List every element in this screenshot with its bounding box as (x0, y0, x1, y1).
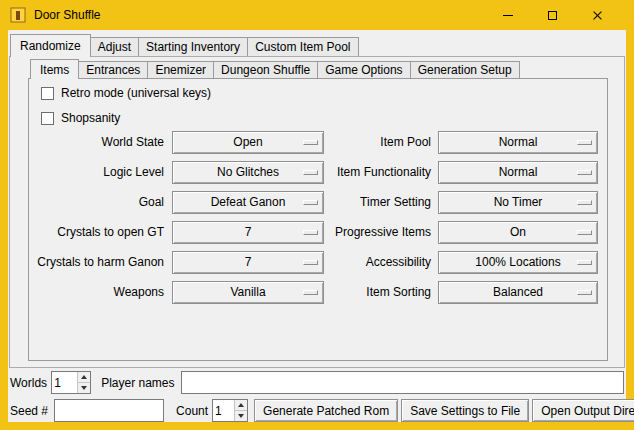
close-button[interactable] (575, 0, 620, 30)
menu-indicator-icon (577, 260, 592, 265)
shopsanity-checkbox[interactable] (41, 112, 54, 125)
item-functionality-dropdown[interactable]: Normal (438, 161, 598, 184)
goal-value: Defeat Ganon (211, 195, 286, 209)
crystals-gt-value: 7 (245, 225, 252, 239)
minimize-button[interactable] (485, 0, 530, 30)
retro-mode-row: Retro mode (universal keys) (41, 86, 211, 100)
shopsanity-row: Shopsanity (41, 111, 120, 125)
generate-patched-rom-button[interactable]: Generate Patched Rom (254, 399, 398, 422)
tab-generation-setup[interactable]: Generation Setup (410, 61, 520, 78)
left-option-column: World State Open Logic Level No Glitches… (31, 127, 324, 307)
shopsanity-label: Shopsanity (61, 111, 120, 125)
arrow-down-icon (81, 386, 87, 390)
save-settings-button[interactable]: Save Settings to File (401, 399, 529, 422)
worlds-label: Worlds (10, 376, 47, 390)
seed-input[interactable] (54, 399, 164, 422)
logic-level-dropdown[interactable]: No Glitches (172, 161, 324, 184)
multiworld-row: Worlds Player names (10, 371, 624, 394)
crystals-ganon-value: 7 (245, 255, 252, 269)
count-spin-down[interactable] (235, 410, 247, 421)
menu-indicator-icon (303, 290, 318, 295)
logic-level-value: No Glitches (217, 165, 279, 179)
retro-mode-checkbox[interactable] (41, 87, 54, 100)
tab-adjust[interactable]: Adjust (90, 37, 139, 56)
accessibility-dropdown[interactable]: 100% Locations (438, 251, 598, 274)
item-sorting-label: Item Sorting (331, 285, 431, 299)
menu-indicator-icon (577, 170, 592, 175)
goal-dropdown[interactable]: Defeat Ganon (172, 191, 324, 214)
maximize-button[interactable] (530, 0, 575, 30)
count-input[interactable] (213, 400, 234, 421)
right-option-column: Item Pool Normal Item Functionality Norm… (331, 127, 598, 307)
worlds-spin-down[interactable] (78, 382, 90, 393)
item-functionality-value: Normal (499, 165, 538, 179)
menu-indicator-icon (577, 230, 592, 235)
menu-indicator-icon (303, 260, 318, 265)
accessibility-value: 100% Locations (475, 255, 560, 269)
count-spin-arrows (234, 400, 247, 421)
world-state-label: World State (31, 135, 164, 149)
timer-setting-label: Timer Setting (331, 195, 431, 209)
count-spinbox[interactable] (212, 399, 248, 422)
window-controls (485, 0, 620, 30)
tab-items[interactable]: Items (30, 59, 79, 79)
app-window: Door Shuffle Randomize Adjust Starting I… (0, 0, 634, 430)
item-pool-label: Item Pool (331, 135, 431, 149)
seed-label: Seed # (10, 404, 48, 418)
crystals-gt-dropdown[interactable]: 7 (172, 221, 324, 244)
main-tab-bar: Randomize Adjust Starting Inventory Cust… (10, 34, 359, 56)
weapons-value: Vanilla (230, 285, 265, 299)
progressive-items-value: On (510, 225, 526, 239)
tab-custom-item-pool[interactable]: Custom Item Pool (247, 37, 358, 56)
menu-indicator-icon (577, 290, 592, 295)
open-output-directory-button[interactable]: Open Output Directory (532, 399, 634, 422)
item-pool-dropdown[interactable]: Normal (438, 131, 598, 154)
tab-game-options[interactable]: Game Options (317, 61, 410, 78)
window-title: Door Shuffle (34, 8, 101, 22)
settings-tab-bar: Items Entrances Enemizer Dungeon Shuffle… (30, 60, 520, 78)
worlds-spinbox[interactable] (51, 371, 91, 394)
menu-indicator-icon (303, 230, 318, 235)
arrow-up-icon (81, 375, 87, 379)
weapons-label: Weapons (31, 285, 164, 299)
items-panel: Retro mode (universal keys) Shopsanity W… (28, 78, 608, 361)
accessibility-label: Accessibility (331, 255, 431, 269)
window-content: Randomize Adjust Starting Inventory Cust… (8, 30, 626, 422)
tab-entrances[interactable]: Entrances (78, 61, 148, 78)
timer-setting-dropdown[interactable]: No Timer (438, 191, 598, 214)
tab-randomize[interactable]: Randomize (10, 34, 91, 57)
item-sorting-dropdown[interactable]: Balanced (438, 281, 598, 304)
timer-setting-value: No Timer (494, 195, 543, 209)
crystals-gt-label: Crystals to open GT (31, 225, 164, 239)
worlds-input[interactable] (52, 372, 77, 393)
crystals-ganon-dropdown[interactable]: 7 (172, 251, 324, 274)
weapons-dropdown[interactable]: Vanilla (172, 281, 324, 304)
progressive-items-dropdown[interactable]: On (438, 221, 598, 244)
tab-enemizer[interactable]: Enemizer (147, 61, 214, 78)
count-spin-up[interactable] (235, 400, 247, 410)
logic-level-label: Logic Level (31, 165, 164, 179)
item-pool-value: Normal (499, 135, 538, 149)
world-state-value: Open (233, 135, 262, 149)
item-sorting-value: Balanced (493, 285, 543, 299)
menu-indicator-icon (303, 170, 318, 175)
item-functionality-label: Item Functionality (331, 165, 431, 179)
count-label: Count (176, 404, 208, 418)
world-state-dropdown[interactable]: Open (172, 131, 324, 154)
minimize-icon (503, 15, 513, 16)
progressive-items-label: Progressive Items (331, 225, 431, 239)
player-names-input[interactable] (181, 371, 625, 394)
retro-mode-label: Retro mode (universal keys) (61, 86, 211, 100)
tab-starting-inventory[interactable]: Starting Inventory (138, 37, 248, 56)
menu-indicator-icon (303, 140, 318, 145)
close-icon (592, 10, 603, 21)
worlds-spin-up[interactable] (78, 372, 90, 382)
crystals-ganon-label: Crystals to harm Ganon (31, 255, 164, 269)
generation-row: Seed # Count Generate Patched Rom Save S… (10, 399, 624, 422)
maximize-icon (548, 11, 557, 20)
menu-indicator-icon (577, 200, 592, 205)
menu-indicator-icon (577, 140, 592, 145)
tab-dungeon-shuffle[interactable]: Dungeon Shuffle (213, 61, 318, 78)
arrow-down-icon (238, 414, 244, 418)
player-names-label: Player names (101, 376, 174, 390)
